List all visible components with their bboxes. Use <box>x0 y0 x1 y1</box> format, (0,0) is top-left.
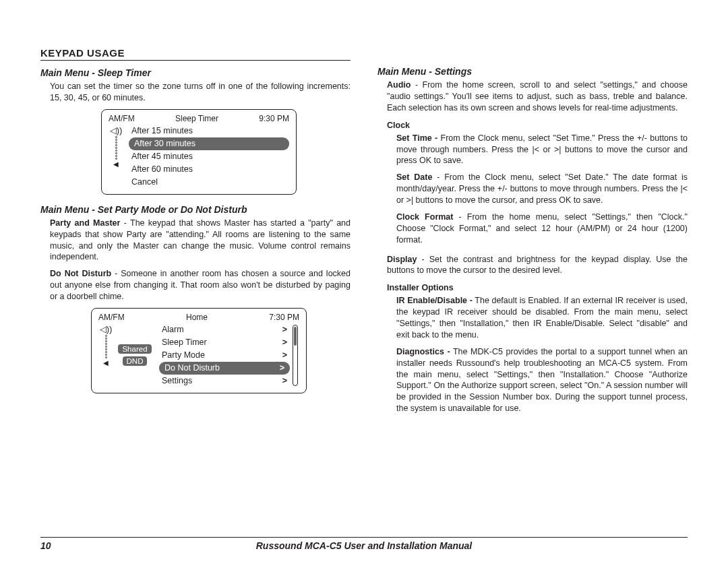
clock-format-para: Clock Format - From the home menu, selec… <box>377 212 688 246</box>
list-item[interactable]: After 15 minutes <box>129 125 289 137</box>
chevron-right-icon: > <box>280 363 284 373</box>
page-content: KEYPAD USAGE Main Menu - Sleep Timer You… <box>0 0 728 525</box>
list-item[interactable]: Alarm> <box>159 323 290 336</box>
kp-volume-strip: ◁)) ◀ <box>109 125 123 189</box>
sleep-timer-title: Main Menu - Sleep Timer <box>40 67 351 78</box>
audio-label: Audio <box>387 80 411 90</box>
chevron-right-icon: > <box>282 338 287 347</box>
right-column: Main Menu - Settings Audio - From the ho… <box>377 47 688 499</box>
kp-menu-list: Alarm> Sleep Timer> Party Mode> Do Not D… <box>156 323 290 387</box>
kp-badges: Shared DND <box>116 323 154 387</box>
ir-para: IR Enable/Disable - The default is Enabl… <box>377 295 688 341</box>
party-master-label: Party and Master <box>50 218 120 228</box>
set-time-para: Set Time - From the Clock menu, select "… <box>377 133 688 167</box>
left-column: KEYPAD USAGE Main Menu - Sleep Timer You… <box>40 47 351 499</box>
list-item[interactable]: Settings> <box>159 375 290 387</box>
chevron-right-icon: > <box>282 376 287 385</box>
kp-scrollbar[interactable] <box>293 323 299 387</box>
chevron-right-icon: > <box>282 325 287 334</box>
keypad-home: AM/FM Home 7:30 PM ◁)) ◀ Shared DND Alar… <box>91 308 307 393</box>
diag-para: Diagnostics - The MDK-C5 provides the po… <box>377 346 688 414</box>
kp-menu-list: After 15 minutes After 30 minutes After … <box>126 125 289 189</box>
audio-para: Audio - From the home screen, scroll to … <box>377 79 688 114</box>
kp-time: 7:30 PM <box>269 313 299 322</box>
kp-time: 9:30 PM <box>259 114 289 123</box>
clock-heading: Clock <box>377 121 688 130</box>
manual-title: Russound MCA-C5 User and Installation Ma… <box>40 540 688 551</box>
page-footer: 10 Russound MCA-C5 User and Installation… <box>40 537 688 551</box>
badge-dnd: DND <box>123 356 148 366</box>
keypad-sleep-timer: AM/FM Sleep Timer 9:30 PM ◁)) ◀ After 15… <box>101 109 297 195</box>
triangle-left-icon: ◀ <box>113 161 119 168</box>
installer-heading: Installer Options <box>377 283 688 292</box>
dnd-label: Do Not Disturb <box>50 269 111 278</box>
list-item[interactable]: Do Not Disturb> <box>159 362 290 375</box>
keypad-topbar: AM/FM Home 7:30 PM <box>98 313 299 322</box>
list-item[interactable]: After 30 minutes <box>129 137 289 150</box>
kp-volume-strip: ◁)) ◀ <box>98 323 113 387</box>
list-item[interactable]: Cancel <box>129 176 289 189</box>
speaker-icon: ◁)) <box>110 126 123 135</box>
list-item[interactable]: Sleep Timer> <box>159 336 290 349</box>
kp-src: AM/FM <box>109 114 135 123</box>
party-title: Main Menu - Set Party Mode or Do Not Dis… <box>40 204 351 215</box>
kp-screen: Sleep Timer <box>175 114 218 123</box>
badge-shared: Shared <box>118 344 151 354</box>
keypad-topbar: AM/FM Sleep Timer 9:30 PM <box>109 114 289 123</box>
section-header: KEYPAD USAGE <box>40 47 351 61</box>
list-item[interactable]: After 45 minutes <box>129 150 289 163</box>
triangle-left-icon: ◀ <box>103 360 109 366</box>
party-para2: Do Not Disturb - Someone in another room… <box>40 268 351 302</box>
settings-title: Main Menu - Settings <box>377 66 688 77</box>
set-date-para: Set Date - From the Clock menu, select "… <box>377 172 688 206</box>
display-para: Display - Set the contrast and brightnes… <box>377 254 688 277</box>
speaker-icon: ◁)) <box>100 325 113 333</box>
kp-src: AM/FM <box>98 313 125 322</box>
sleep-intro: You can set the timer so the zone turns … <box>40 81 351 104</box>
list-item[interactable]: Party Mode> <box>159 349 290 362</box>
list-item[interactable]: After 60 minutes <box>129 163 289 176</box>
party-para1: Party and Master - The keypad that shows… <box>40 218 351 263</box>
chevron-right-icon: > <box>282 350 287 360</box>
kp-screen: Home <box>186 313 208 322</box>
